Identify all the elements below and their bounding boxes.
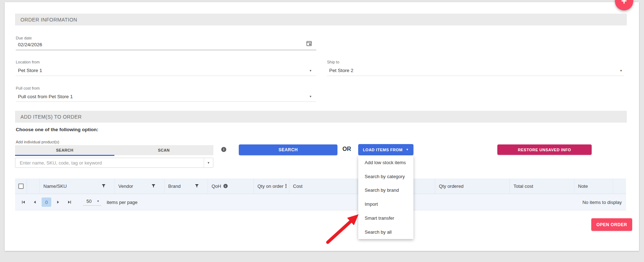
page-size-select[interactable]: 50 ▼ [83,199,101,206]
no-items-message: No items to display [582,200,626,205]
or-label: OR [342,146,351,152]
ship-to-label: Ship to [327,60,339,64]
menu-item-search-by-brand[interactable]: Search by brand [358,184,413,197]
tab-search-label: SEARCH [56,148,73,152]
info-icon[interactable]: i [221,147,226,152]
section-title: ORDER INFORMATION [20,17,77,23]
column-label: QoH [212,184,221,189]
items-table-header: Name/SKU Vendor Brand QoH i Qty on order… [15,178,626,194]
filter-icon[interactable] [101,184,106,188]
column-label: Name/SKU [43,184,67,189]
ship-to-underline [327,76,624,76]
menu-item-add-low-stock-items[interactable]: Add low stock items [358,156,413,170]
column-header-cost: Cost [289,178,357,194]
select-all-checkbox[interactable] [18,184,24,189]
annotation-arrow [321,211,364,247]
items-per-page-label: items per page [106,200,137,205]
previous-page-button[interactable] [30,197,39,207]
combobox-dropdown-icon[interactable]: ▼ [204,158,213,167]
column-header-total-cost: Total cost [510,178,574,194]
menu-item-search-by-category[interactable]: Search by category [358,170,413,184]
restore-unsaved-info-button[interactable]: RESTORE UNSAVED INFO [497,144,592,155]
load-items-from-button[interactable]: LOAD ITEMS FROM ▼ [358,144,413,155]
chevron-down-icon: ▼ [406,148,409,151]
product-search-input[interactable] [15,158,204,167]
column-label: Cost [293,184,303,189]
filter-icon[interactable] [151,184,156,188]
ship-to-value[interactable]: Pet Store 2 [329,68,354,73]
due-date-value[interactable]: 02/24/2026 [18,42,42,47]
due-date-underline [16,50,316,50]
column-label: Note [578,184,588,189]
column-label: Total cost [513,184,533,189]
column-header-vendor: Vendor [114,178,164,194]
menu-item-search-by-all[interactable]: Search by all [358,225,413,239]
menu-item-smart-transfer[interactable]: Smart transfer [358,211,413,225]
column-label: Brand [168,184,181,189]
menu-item-import[interactable]: Import [358,197,413,211]
select-all-cell [15,178,27,194]
load-items-from-menu: Add low stock items Search by category S… [358,156,413,239]
filter-icon[interactable] [195,184,199,188]
info-icon[interactable]: i [223,184,228,188]
tab-scan[interactable]: SCAN [114,145,214,155]
pull-cost-from-label: Pull cost from [16,86,40,90]
open-order-button[interactable]: OPEN ORDER [591,218,632,231]
column-header-empty [613,178,626,194]
column-label: Vendor [118,184,133,189]
current-page-button[interactable]: 0 [42,197,51,207]
calendar-icon[interactable] [306,41,312,46]
column-label: Qty on order [257,184,283,189]
location-from-value[interactable]: Pet Store 1 [18,68,42,73]
info-icon[interactable]: i [285,184,286,188]
pagination-bar: 0 50 ▼ items per page No items to displa… [15,194,626,210]
location-from-dropdown-icon[interactable]: ▼ [309,69,312,72]
ship-to-dropdown-icon[interactable]: ▼ [620,69,622,72]
product-search-combobox: ▼ [15,158,213,168]
due-date-label: Due date [16,36,32,40]
location-from-underline [16,76,316,76]
column-header-brand: Brand [164,178,208,194]
column-header-qty-ordered: Qty ordered [435,178,510,194]
plus-icon: + [621,0,627,7]
column-header-qoh: QoH i [208,178,254,194]
load-items-from-label: LOAD ITEMS FROM [363,148,403,152]
column-header-note: Note [574,178,613,194]
order-information-header: ORDER INFORMATION [15,14,627,25]
add-items-header: ADD ITEM(S) TO ORDER [15,111,627,123]
column-header-empty [27,178,39,194]
next-page-button[interactable] [53,197,63,207]
page-size-value: 50 [86,199,91,204]
order-page: + ORDER INFORMATION Due date 02/24/2026 … [0,0,644,262]
column-label: Qty ordered [439,184,464,189]
pull-cost-from-underline [16,101,316,102]
column-header-qty-on-order: Qty on order i [254,178,289,194]
location-from-label: Location from [16,60,40,64]
search-scan-tabstrip: SEARCH SCAN [15,145,213,155]
add-individual-products-label: Add individual product(s) [16,140,59,144]
pull-cost-from-dropdown-icon[interactable]: ▼ [309,95,312,98]
search-button[interactable]: SEARCH [239,144,337,155]
tab-scan-label: SCAN [158,148,170,152]
chevron-down-icon: ▼ [96,200,99,203]
choose-option-label: Choose one of the following option: [16,127,98,132]
last-page-button[interactable] [65,197,74,207]
pull-cost-from-value[interactable]: Pull cost from Pet Store 1 [18,94,73,99]
section-title: ADD ITEM(S) TO ORDER [20,114,82,120]
column-header-name-sku: Name/SKU [39,178,114,194]
tab-search[interactable]: SEARCH [15,145,114,155]
first-page-button[interactable] [19,197,28,207]
